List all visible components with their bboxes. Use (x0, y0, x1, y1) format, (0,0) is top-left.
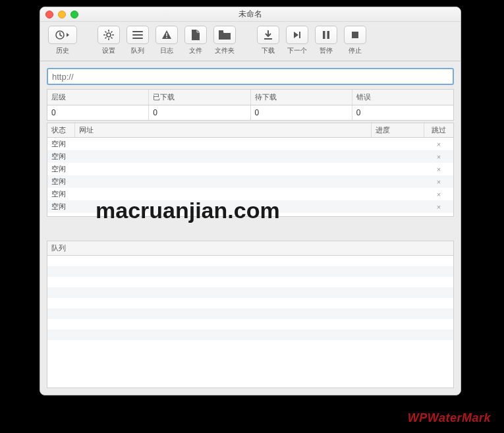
url-cell (75, 156, 372, 158)
file-icon (191, 30, 200, 40)
warning-icon (161, 30, 172, 40)
svg-rect-20 (352, 32, 358, 38)
window-controls (45, 11, 78, 18)
settings-button[interactable]: 设置 (96, 26, 122, 55)
folder-button[interactable]: 文件夹 (211, 26, 238, 55)
progress-header: 进度 (372, 123, 424, 137)
table-row[interactable]: 空闲× (47, 175, 453, 188)
queue-body (47, 256, 454, 388)
download-icon (263, 30, 273, 40)
progress-cell (372, 168, 424, 171)
pause-icon (322, 30, 330, 40)
list-header: 状态 网址 进度 跳过 (47, 123, 454, 138)
url-cell (75, 206, 372, 208)
svg-rect-13 (166, 33, 167, 36)
status-cell: 空闲 (47, 175, 75, 188)
queue-row (47, 308, 453, 319)
url-input[interactable] (47, 68, 454, 85)
url-cell (75, 193, 372, 196)
app-window: 未命名 历史 设置 队列 日志 (40, 7, 461, 395)
stats-header: 层级 已下载 待下载 错误 (47, 89, 454, 105)
queue-row (47, 287, 453, 298)
status-cell: 空闲 (47, 150, 75, 163)
svg-line-7 (111, 38, 113, 39)
queue-header: 队列 (47, 241, 453, 255)
progress-cell (372, 143, 424, 146)
clock-icon (55, 30, 70, 40)
status-cell: 空闲 (47, 163, 75, 175)
progress-cell (372, 206, 424, 208)
svg-line-6 (105, 32, 107, 33)
url-cell (75, 168, 372, 171)
file-button[interactable]: 文件 (182, 26, 209, 55)
table-row[interactable]: 空闲× (47, 138, 453, 150)
queue-row (47, 256, 453, 266)
progress-cell (372, 193, 424, 196)
queue-button[interactable]: 队列 (125, 26, 151, 55)
history-button[interactable]: 历史 (47, 26, 78, 55)
queue-row (47, 340, 453, 351)
list-icon (132, 30, 143, 40)
folder-icon (219, 30, 231, 40)
table-row[interactable]: 空闲× (47, 150, 453, 163)
status-cell: 空闲 (47, 200, 75, 213)
svg-line-9 (105, 38, 107, 39)
status-cell: 空闲 (47, 188, 75, 200)
level-header: 层级 (47, 90, 149, 105)
svg-rect-19 (327, 31, 330, 39)
queue-row (47, 330, 453, 340)
skip-header: 跳过 (424, 123, 453, 137)
list-body: 空闲×空闲×空闲×空闲×空闲×空闲× (47, 138, 454, 217)
watermark-corner: WPWaterMark (408, 411, 491, 425)
next-button[interactable]: 下一个 (284, 26, 310, 55)
progress-cell (372, 181, 424, 183)
svg-rect-15 (219, 30, 223, 32)
pause-button[interactable]: 暂停 (313, 26, 339, 55)
skip-cell[interactable]: × (424, 152, 453, 162)
status-cell: 空闲 (47, 138, 75, 150)
progress-cell (372, 156, 424, 158)
url-cell (75, 181, 372, 183)
errors-value: 0 (352, 105, 453, 120)
skip-cell[interactable]: × (424, 189, 453, 200)
table-row[interactable]: 空闲× (47, 188, 453, 200)
pending-value: 0 (251, 105, 352, 120)
url-header: 网址 (75, 123, 372, 137)
skip-cell[interactable]: × (424, 139, 453, 150)
table-row[interactable]: 空闲× (47, 200, 453, 213)
url-cell (75, 143, 372, 146)
zoom-icon[interactable] (70, 11, 78, 18)
minimize-icon[interactable] (58, 11, 66, 18)
table-row[interactable]: 空闲× (47, 163, 453, 175)
stats-values: 0 0 0 0 (47, 105, 454, 121)
status-header: 状态 (47, 123, 75, 137)
svg-rect-14 (166, 37, 167, 38)
queue-row (47, 298, 453, 308)
svg-rect-18 (323, 31, 325, 39)
downloaded-header: 已下载 (149, 90, 250, 105)
queue-row (47, 277, 453, 287)
toolbar: 历史 设置 队列 日志 文件 文件夹 (40, 22, 461, 61)
content-area: 层级 已下载 待下载 错误 0 0 0 0 状态 网址 进度 跳过 空闲×空闲×… (40, 61, 461, 395)
close-icon[interactable] (45, 11, 53, 18)
download-button[interactable]: 下载 (255, 26, 281, 55)
titlebar: 未命名 (40, 7, 461, 22)
skip-cell[interactable]: × (424, 202, 453, 212)
downloaded-value: 0 (149, 105, 250, 120)
errors-header: 错误 (352, 90, 453, 105)
skip-cell[interactable]: × (424, 164, 453, 175)
svg-point-1 (107, 33, 111, 37)
svg-rect-17 (299, 32, 300, 38)
log-button[interactable]: 日志 (154, 26, 180, 55)
gear-icon (103, 29, 115, 41)
queue-header-row: 队列 (47, 241, 454, 256)
next-icon (293, 30, 302, 40)
stop-icon (351, 31, 359, 39)
window-title: 未命名 (238, 9, 262, 20)
stop-button[interactable]: 停止 (342, 26, 368, 55)
pending-header: 待下载 (251, 90, 352, 105)
queue-row (47, 319, 453, 330)
skip-cell[interactable]: × (424, 177, 453, 187)
svg-line-8 (111, 32, 113, 33)
level-value: 0 (47, 105, 149, 120)
